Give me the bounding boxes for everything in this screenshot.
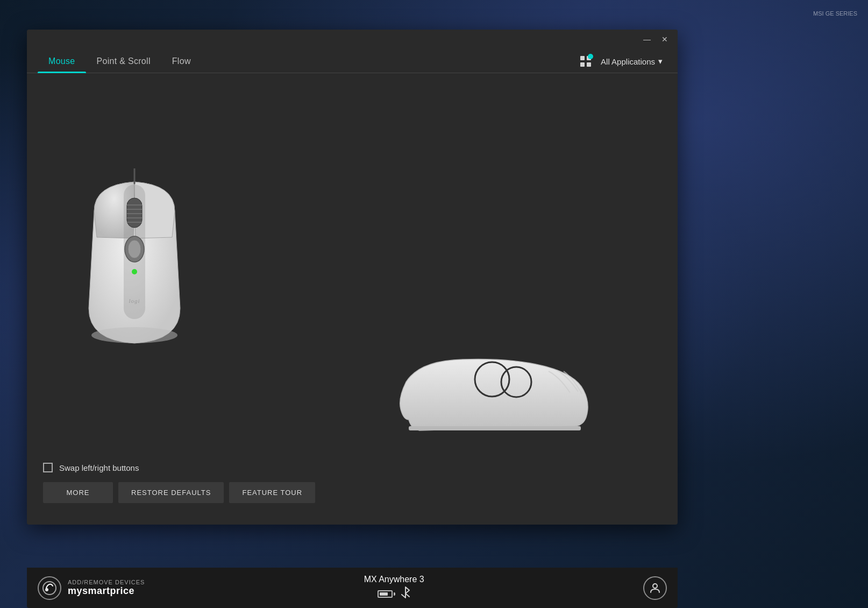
status-left: ADD/REMOVE DEVICES mysmartprice xyxy=(38,576,145,600)
brand-name: mysmartprice xyxy=(68,585,145,597)
system-brand-text: MSI GE SERIES xyxy=(813,10,857,17)
tab-flow[interactable]: Flow xyxy=(161,49,202,73)
swap-buttons-label: Swap left/right buttons xyxy=(59,463,139,472)
restore-defaults-button[interactable]: RESTORE DEFAULTS xyxy=(118,482,224,503)
all-applications-button[interactable]: All Applications ▾ xyxy=(596,54,667,68)
action-buttons: MORE RESTORE DEFAULTS FEATURE TOUR xyxy=(43,482,661,503)
title-bar: — ✕ xyxy=(27,30,678,49)
add-remove-devices[interactable]: ADD/REMOVE DEVICES mysmartprice xyxy=(68,579,145,597)
tab-bar: Mouse Point & Scroll Flow All Applicatio… xyxy=(27,49,678,73)
system-bar: MSI GE SERIES xyxy=(813,0,868,27)
mouse-display: logi xyxy=(43,84,661,457)
app-window: — ✕ Mouse Point & Scroll Flow xyxy=(27,30,678,525)
svg-point-18 xyxy=(653,584,657,588)
device-name: MX Anywhere 3 xyxy=(364,575,424,584)
more-button[interactable]: MORE xyxy=(43,482,113,503)
swap-buttons-checkbox[interactable] xyxy=(43,463,53,472)
svg-point-9 xyxy=(128,240,141,258)
swap-buttons-row: Swap left/right buttons xyxy=(43,463,661,472)
status-bar: ADD/REMOVE DEVICES mysmartprice MX Anywh… xyxy=(27,568,678,608)
svg-text:logi: logi xyxy=(129,298,140,304)
device-icons xyxy=(378,586,410,601)
battery-icon xyxy=(378,590,395,598)
brand-logo xyxy=(38,576,61,600)
apps-grid-dot xyxy=(580,56,585,60)
tab-mouse[interactable]: Mouse xyxy=(38,49,86,73)
profile-button[interactable] xyxy=(643,576,667,600)
status-center: MX Anywhere 3 xyxy=(145,575,643,601)
svg-rect-15 xyxy=(409,426,581,430)
notification-badge xyxy=(588,54,593,59)
close-button[interactable]: ✕ xyxy=(658,34,671,45)
battery-tip xyxy=(394,592,395,596)
battery-fill xyxy=(380,592,388,596)
add-remove-label: ADD/REMOVE DEVICES xyxy=(68,579,145,585)
status-right xyxy=(643,576,667,600)
bluetooth-icon xyxy=(401,586,410,601)
tab-point-scroll[interactable]: Point & Scroll xyxy=(86,49,161,73)
svg-rect-1 xyxy=(127,198,142,228)
svg-point-12 xyxy=(91,327,177,343)
mouse-side-view xyxy=(393,355,597,441)
content-area: logi xyxy=(27,73,678,525)
chevron-down-icon: ▾ xyxy=(658,56,663,66)
feature-tour-button[interactable]: FEATURE TOUR xyxy=(229,482,315,503)
mouse-front-view: logi xyxy=(75,168,210,362)
all-applications-label: All Applications xyxy=(601,57,655,66)
apps-grid-icon[interactable] xyxy=(580,56,591,67)
apps-grid-dot xyxy=(587,62,591,67)
title-bar-buttons: — ✕ xyxy=(640,34,671,45)
bottom-controls: Swap left/right buttons MORE RESTORE DEF… xyxy=(43,457,661,514)
svg-point-16 xyxy=(43,582,56,595)
minimize-button[interactable]: — xyxy=(640,34,654,45)
battery-body xyxy=(378,590,393,598)
svg-point-17 xyxy=(45,588,48,591)
tab-bar-right: All Applications ▾ xyxy=(580,54,667,73)
svg-point-10 xyxy=(132,269,137,274)
apps-grid-dot xyxy=(580,62,585,67)
